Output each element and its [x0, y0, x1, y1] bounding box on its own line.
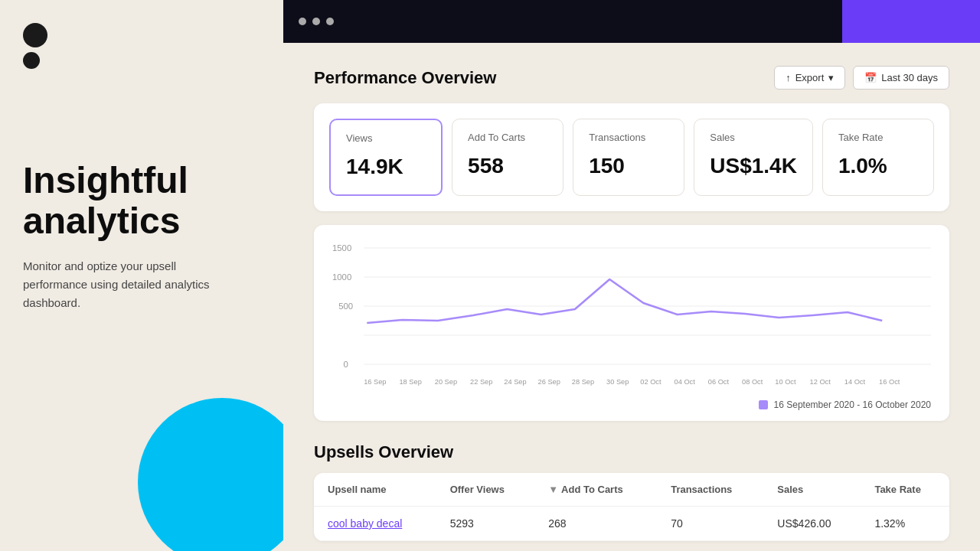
- chart-area: 1500 1000 500 0 16 Sep 18 Sep 20 Sep 22 …: [332, 240, 931, 393]
- stat-value-transactions: 150: [589, 154, 668, 178]
- chart-container: 1500 1000 500 0 16 Sep 18 Sep 20 Sep 22 …: [314, 225, 949, 421]
- export-chevron-icon: ▾: [828, 72, 834, 83]
- svg-text:30 Sep: 30 Sep: [606, 378, 629, 386]
- export-label: Export: [795, 72, 825, 83]
- svg-text:12 Oct: 12 Oct: [810, 378, 831, 386]
- stats-grid: Views 14.9K Add To Carts 558 Transaction…: [329, 119, 934, 196]
- col-header-transactions: Transactions: [657, 473, 763, 507]
- svg-text:10 Oct: 10 Oct: [775, 378, 796, 386]
- calendar-icon: 📅: [864, 72, 877, 83]
- sort-icon: ▼: [548, 484, 558, 495]
- legend-color-dot: [759, 400, 768, 409]
- table-header-row: Upsell name Offer Views ▼Add To Carts Tr…: [314, 473, 949, 507]
- sidebar-title: Insightful analytics: [23, 161, 260, 242]
- col-header-add-to-carts[interactable]: ▼Add To Carts: [534, 473, 657, 507]
- stat-value-views: 14.9K: [346, 155, 426, 179]
- upsells-overview-title: Upsells Overview: [314, 442, 949, 462]
- logo: [23, 23, 260, 69]
- svg-text:28 Sep: 28 Sep: [572, 378, 594, 386]
- upsell-name-link[interactable]: cool baby decal: [328, 517, 402, 530]
- stat-card-views[interactable]: Views 14.9K: [329, 119, 443, 196]
- stat-card-transactions[interactable]: Transactions 150: [573, 119, 684, 196]
- sidebar-circle-decoration: [138, 398, 283, 551]
- topbar-dot-1: [299, 18, 306, 25]
- stat-value-sales: US$1.4K: [710, 154, 797, 178]
- svg-text:26 Sep: 26 Sep: [538, 378, 560, 386]
- content-area: Performance Overview ↑ Export ▾ 📅 Last 3…: [283, 43, 980, 551]
- table-row: cool baby decal 5293 268 70 US$426.00 1.…: [314, 507, 949, 541]
- svg-text:20 Sep: 20 Sep: [435, 378, 457, 386]
- stat-label-transactions: Transactions: [589, 132, 668, 143]
- header-actions: ↑ Export ▾ 📅 Last 30 days: [774, 66, 949, 90]
- cell-transactions: 70: [657, 507, 763, 541]
- svg-text:22 Sep: 22 Sep: [470, 378, 492, 386]
- upsells-table: Upsell name Offer Views ▼Add To Carts Tr…: [314, 473, 949, 541]
- accent-bar: [842, 0, 980, 43]
- stats-container: Views 14.9K Add To Carts 558 Transaction…: [314, 103, 949, 211]
- export-button[interactable]: ↑ Export ▾: [774, 66, 845, 90]
- svg-text:24 Sep: 24 Sep: [504, 378, 526, 386]
- sidebar-description: Monitor and optize your upsell performan…: [23, 257, 237, 312]
- svg-text:16 Oct: 16 Oct: [879, 378, 900, 386]
- stat-value-add-to-carts: 558: [468, 154, 547, 178]
- col-header-sales: Sales: [763, 473, 861, 507]
- cell-offer-views: 5293: [436, 507, 535, 541]
- svg-text:04 Oct: 04 Oct: [675, 378, 696, 386]
- svg-text:18 Sep: 18 Sep: [399, 378, 421, 386]
- svg-text:08 Oct: 08 Oct: [742, 378, 763, 386]
- cell-take-rate: 1.32%: [861, 507, 949, 541]
- cell-add-to-carts: 268: [534, 507, 657, 541]
- stat-label-views: Views: [346, 132, 426, 144]
- cell-sales: US$426.00: [763, 507, 861, 541]
- chart-legend-label: 16 September 2020 - 16 October 2020: [774, 399, 931, 410]
- col-header-offer-views: Offer Views: [436, 473, 535, 507]
- stat-card-take-rate[interactable]: Take Rate 1.0%: [822, 119, 934, 196]
- svg-text:1500: 1500: [332, 243, 351, 253]
- col-header-upsell-name: Upsell name: [314, 473, 436, 507]
- performance-overview-header: Performance Overview ↑ Export ▾ 📅 Last 3…: [314, 66, 949, 90]
- upsells-table-container: Upsell name Offer Views ▼Add To Carts Tr…: [314, 473, 949, 541]
- main-area: Performance Overview ↑ Export ▾ 📅 Last 3…: [283, 0, 980, 551]
- stat-card-add-to-carts[interactable]: Add To Carts 558: [452, 119, 564, 196]
- performance-overview-title: Performance Overview: [314, 68, 496, 88]
- svg-text:16 Sep: 16 Sep: [364, 378, 386, 386]
- topbar-dot-3: [326, 18, 334, 25]
- topbar-dot-2: [312, 18, 320, 25]
- stat-label-sales: Sales: [710, 132, 797, 143]
- col-header-take-rate: Take Rate: [861, 473, 949, 507]
- svg-text:06 Oct: 06 Oct: [708, 378, 730, 386]
- export-icon: ↑: [786, 72, 791, 83]
- stat-value-take-rate: 1.0%: [838, 154, 918, 178]
- chart-legend: 16 September 2020 - 16 October 2020: [332, 399, 931, 410]
- date-range-button[interactable]: 📅 Last 30 days: [853, 66, 949, 90]
- logo-dot-large: [23, 23, 47, 47]
- svg-text:14 Oct: 14 Oct: [844, 378, 866, 386]
- svg-text:0: 0: [343, 360, 348, 369]
- sidebar: Insightful analytics Monitor and optize …: [0, 0, 283, 551]
- chart-svg: 1500 1000 500 0 16 Sep 18 Sep 20 Sep 22 …: [332, 240, 931, 393]
- svg-text:02 Oct: 02 Oct: [640, 378, 662, 386]
- svg-text:500: 500: [338, 302, 353, 311]
- logo-dot-small: [23, 52, 40, 69]
- stat-card-sales[interactable]: Sales US$1.4K: [694, 119, 813, 196]
- stat-label-add-to-carts: Add To Carts: [468, 132, 547, 143]
- date-range-label: Last 30 days: [881, 72, 938, 83]
- stat-label-take-rate: Take Rate: [838, 132, 918, 143]
- svg-text:1000: 1000: [332, 272, 351, 282]
- cell-upsell-name: cool baby decal: [314, 507, 436, 541]
